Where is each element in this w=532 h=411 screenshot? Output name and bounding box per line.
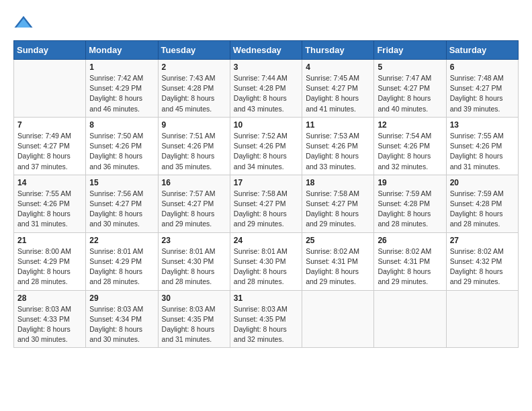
- day-info: Sunrise: 7:44 AMSunset: 4:28 PMDaylight:…: [234, 73, 298, 114]
- day-info: Sunrise: 8:01 AMSunset: 4:30 PMDaylight:…: [234, 246, 298, 287]
- calendar-cell: 25Sunrise: 8:02 AMSunset: 4:31 PMDayligh…: [302, 232, 374, 290]
- day-number: 23: [162, 236, 226, 245]
- calendar-cell: 12Sunrise: 7:54 AMSunset: 4:26 PMDayligh…: [374, 117, 446, 175]
- day-info: Sunrise: 7:48 AMSunset: 4:27 PMDaylight:…: [450, 73, 515, 114]
- day-info: Sunrise: 7:43 AMSunset: 4:28 PMDaylight:…: [162, 73, 226, 114]
- calendar-cell: 10Sunrise: 7:52 AMSunset: 4:26 PMDayligh…: [230, 117, 302, 175]
- weekday-header: Friday: [374, 41, 446, 60]
- day-number: 31: [234, 293, 298, 303]
- day-info: Sunrise: 7:57 AMSunset: 4:27 PMDaylight:…: [162, 189, 226, 230]
- calendar-cell: 23Sunrise: 8:01 AMSunset: 4:30 PMDayligh…: [158, 232, 230, 290]
- calendar-cell: 14Sunrise: 7:55 AMSunset: 4:26 PMDayligh…: [14, 175, 86, 232]
- calendar-cell: 20Sunrise: 7:59 AMSunset: 4:28 PMDayligh…: [446, 175, 518, 232]
- weekday-header: Saturday: [446, 41, 518, 60]
- day-number: 20: [450, 178, 515, 187]
- day-number: 10: [234, 120, 298, 130]
- day-number: 16: [162, 178, 226, 187]
- calendar-cell: [446, 290, 518, 348]
- day-number: 21: [17, 236, 82, 245]
- day-info: Sunrise: 7:55 AMSunset: 4:26 PMDaylight:…: [17, 189, 82, 230]
- calendar-week-row: 28Sunrise: 8:03 AMSunset: 4:33 PMDayligh…: [14, 290, 519, 348]
- day-info: Sunrise: 7:56 AMSunset: 4:27 PMDaylight:…: [89, 189, 154, 230]
- day-info: Sunrise: 8:03 AMSunset: 4:33 PMDaylight:…: [17, 304, 82, 345]
- day-number: 2: [162, 62, 226, 72]
- day-info: Sunrise: 7:59 AMSunset: 4:28 PMDaylight:…: [450, 189, 515, 230]
- calendar-cell: 3Sunrise: 7:44 AMSunset: 4:28 PMDaylight…: [230, 60, 302, 118]
- calendar-cell: 1Sunrise: 7:42 AMSunset: 4:29 PMDaylight…: [86, 60, 158, 118]
- day-number: 4: [306, 62, 370, 72]
- calendar-cell: 6Sunrise: 7:48 AMSunset: 4:27 PMDaylight…: [446, 60, 518, 118]
- calendar-cell: [302, 290, 374, 348]
- day-number: 6: [450, 62, 515, 72]
- day-info: Sunrise: 8:02 AMSunset: 4:32 PMDaylight:…: [450, 246, 515, 287]
- day-number: 15: [89, 178, 154, 187]
- day-number: 1: [89, 62, 154, 72]
- calendar-cell: 16Sunrise: 7:57 AMSunset: 4:27 PMDayligh…: [158, 175, 230, 232]
- day-info: Sunrise: 7:55 AMSunset: 4:26 PMDaylight:…: [450, 131, 515, 172]
- day-info: Sunrise: 7:50 AMSunset: 4:26 PMDaylight:…: [89, 131, 154, 172]
- day-number: 24: [234, 236, 298, 245]
- day-number: 25: [306, 236, 370, 245]
- calendar-header-row: SundayMondayTuesdayWednesdayThursdayFrid…: [14, 41, 519, 60]
- calendar-cell: 26Sunrise: 8:02 AMSunset: 4:31 PMDayligh…: [374, 232, 446, 290]
- day-number: 11: [306, 120, 370, 130]
- day-number: 22: [89, 236, 154, 245]
- day-number: 17: [234, 178, 298, 187]
- day-info: Sunrise: 8:03 AMSunset: 4:35 PMDaylight:…: [234, 304, 298, 345]
- calendar-cell: 28Sunrise: 8:03 AMSunset: 4:33 PMDayligh…: [14, 290, 86, 348]
- day-info: Sunrise: 8:00 AMSunset: 4:29 PMDaylight:…: [17, 246, 82, 287]
- calendar-cell: 30Sunrise: 8:03 AMSunset: 4:35 PMDayligh…: [158, 290, 230, 348]
- calendar-week-row: 7Sunrise: 7:49 AMSunset: 4:27 PMDaylight…: [14, 117, 519, 175]
- calendar-week-row: 14Sunrise: 7:55 AMSunset: 4:26 PMDayligh…: [14, 175, 519, 232]
- day-number: 3: [234, 62, 298, 72]
- day-info: Sunrise: 7:58 AMSunset: 4:27 PMDaylight:…: [234, 189, 298, 230]
- weekday-header: Sunday: [14, 41, 86, 60]
- day-info: Sunrise: 7:54 AMSunset: 4:26 PMDaylight:…: [378, 131, 442, 172]
- weekday-header: Thursday: [302, 41, 374, 60]
- day-info: Sunrise: 8:02 AMSunset: 4:31 PMDaylight:…: [306, 246, 370, 287]
- day-number: 9: [162, 120, 226, 130]
- day-number: 12: [378, 120, 442, 130]
- day-number: 5: [378, 62, 442, 72]
- day-number: 29: [89, 293, 154, 303]
- calendar-cell: 22Sunrise: 8:01 AMSunset: 4:29 PMDayligh…: [86, 232, 158, 290]
- day-info: Sunrise: 8:03 AMSunset: 4:35 PMDaylight:…: [162, 304, 226, 345]
- day-info: Sunrise: 7:51 AMSunset: 4:26 PMDaylight:…: [162, 131, 226, 172]
- day-number: 14: [17, 178, 82, 187]
- page-header: [13, 13, 519, 34]
- day-number: 26: [378, 236, 442, 245]
- calendar-cell: 31Sunrise: 8:03 AMSunset: 4:35 PMDayligh…: [230, 290, 302, 348]
- calendar-table: SundayMondayTuesdayWednesdayThursdayFrid…: [13, 40, 519, 348]
- day-number: 27: [450, 236, 515, 245]
- day-info: Sunrise: 7:49 AMSunset: 4:27 PMDaylight:…: [17, 131, 82, 172]
- day-info: Sunrise: 7:42 AMSunset: 4:29 PMDaylight:…: [89, 73, 154, 114]
- calendar-cell: 21Sunrise: 8:00 AMSunset: 4:29 PMDayligh…: [14, 232, 86, 290]
- calendar-cell: 15Sunrise: 7:56 AMSunset: 4:27 PMDayligh…: [86, 175, 158, 232]
- weekday-header: Tuesday: [158, 41, 230, 60]
- calendar-week-row: 1Sunrise: 7:42 AMSunset: 4:29 PMDaylight…: [14, 60, 519, 118]
- day-number: 30: [162, 293, 226, 303]
- day-info: Sunrise: 7:45 AMSunset: 4:27 PMDaylight:…: [306, 73, 370, 114]
- day-info: Sunrise: 7:58 AMSunset: 4:27 PMDaylight:…: [306, 189, 370, 230]
- day-number: 8: [89, 120, 154, 130]
- weekday-header: Wednesday: [230, 41, 302, 60]
- day-number: 7: [17, 120, 82, 130]
- logo: [13, 13, 36, 34]
- calendar-cell: 5Sunrise: 7:47 AMSunset: 4:27 PMDaylight…: [374, 60, 446, 118]
- calendar-cell: [374, 290, 446, 348]
- day-info: Sunrise: 7:59 AMSunset: 4:28 PMDaylight:…: [378, 189, 442, 230]
- day-info: Sunrise: 8:02 AMSunset: 4:31 PMDaylight:…: [378, 246, 442, 287]
- calendar-cell: 24Sunrise: 8:01 AMSunset: 4:30 PMDayligh…: [230, 232, 302, 290]
- day-number: 19: [378, 178, 442, 187]
- logo-icon: [13, 13, 34, 34]
- calendar-cell: 29Sunrise: 8:03 AMSunset: 4:34 PMDayligh…: [86, 290, 158, 348]
- calendar-cell: 13Sunrise: 7:55 AMSunset: 4:26 PMDayligh…: [446, 117, 518, 175]
- calendar-cell: 19Sunrise: 7:59 AMSunset: 4:28 PMDayligh…: [374, 175, 446, 232]
- calendar-cell: 7Sunrise: 7:49 AMSunset: 4:27 PMDaylight…: [14, 117, 86, 175]
- day-number: 28: [17, 293, 82, 303]
- calendar-cell: [14, 60, 86, 118]
- calendar-cell: 4Sunrise: 7:45 AMSunset: 4:27 PMDaylight…: [302, 60, 374, 118]
- weekday-header: Monday: [86, 41, 158, 60]
- day-info: Sunrise: 8:03 AMSunset: 4:34 PMDaylight:…: [89, 304, 154, 345]
- day-info: Sunrise: 7:53 AMSunset: 4:26 PMDaylight:…: [306, 131, 370, 172]
